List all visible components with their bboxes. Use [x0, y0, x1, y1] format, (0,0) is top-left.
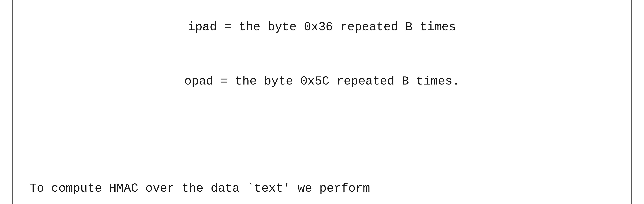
hmac-line: To compute HMAC over the data `text' we … [30, 143, 614, 204]
def-ipad-line: ipad = the byte 0x36 repeated B times [30, 18, 614, 36]
def-opad-line: opad = the byte 0x5C repeated B times. [30, 72, 614, 90]
spacer-2 [30, 133, 614, 143]
definitions-block: ipad = the byte 0x36 repeated B times op… [30, 0, 614, 126]
main-content-box: We define two fixed and different string… [12, 0, 632, 204]
hmac-text: To compute HMAC over the data `text' we … [30, 179, 614, 198]
